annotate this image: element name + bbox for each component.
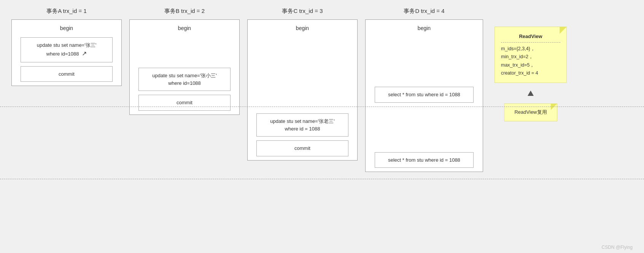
readview-line2: min_trx_id=2， <box>501 53 560 61</box>
readview-title: ReadView <box>501 32 560 41</box>
readview-line3: max_trx_id=5， <box>501 61 560 69</box>
readview-line4: creator_trx_id = 4 <box>501 69 560 77</box>
trx-c-title: 事务C trx_id = 3 <box>282 8 323 15</box>
trx-c-outer-box: begin update stu set name='张老三'where id … <box>247 19 358 161</box>
right-panel: ReadView m_ids={2,3,4}， min_trx_id=2， ma… <box>491 8 571 245</box>
main-container: 事务A trx_id = 1 begin update stu set name… <box>0 0 644 253</box>
trx-d-title: 事务D trx_id = 4 <box>404 8 444 15</box>
readview-divider <box>501 42 560 43</box>
sep-d-right <box>483 8 491 245</box>
transaction-b-column: 事务B trx_id = 2 begin update stu set name… <box>129 8 240 245</box>
trx-b-update: update stu set name='张小三'where id=1088 <box>138 68 230 91</box>
trx-b-outer-box: begin update stu set name='张小三'where id=… <box>129 19 240 115</box>
trx-d-outer-box: begin select * from stu where id = 1088 … <box>365 19 483 172</box>
trx-c-update: update stu set name='张老三'where id = 1088 <box>256 113 348 137</box>
trx-d-select2: select * from stu where id = 1088 <box>375 152 473 168</box>
trx-b-commit: commit <box>138 95 230 111</box>
trx-a-commit: commit <box>21 66 112 82</box>
transaction-c-column: 事务C trx_id = 3 begin update stu set name… <box>247 8 358 245</box>
readview-line1: m_ids={2,3,4}， <box>501 45 560 53</box>
trx-b-title: 事务B trx_id = 2 <box>164 8 205 15</box>
trx-a-update-text: update stu set name='张三'where id=1088 <box>37 42 96 57</box>
trx-d-select1: select * from stu where id = 1088 <box>375 87 473 103</box>
sep-bc <box>240 8 247 245</box>
transaction-a-column: 事务A trx_id = 1 begin update stu set name… <box>11 8 122 245</box>
trx-a-title: 事务A trx_id = 1 <box>46 8 86 15</box>
cursor-icon: ↗ <box>82 50 87 57</box>
sep-ab <box>122 8 129 245</box>
trx-a-update: update stu set name='张三'where id=1088 ↗ <box>21 37 112 62</box>
arrow-up-icon <box>528 91 534 96</box>
dashed-line-2 <box>0 179 644 179</box>
sep-cd <box>358 8 365 245</box>
readview-reuse-label: ReadView复用 <box>514 109 547 115</box>
trx-a-outer-box: begin update stu set name='张三'where id=1… <box>11 19 122 86</box>
trx-a-begin: begin <box>16 24 118 33</box>
dashed-line-1 <box>0 107 644 107</box>
trx-c-commit: commit <box>256 140 348 156</box>
watermark: CSDN @Flying <box>601 245 633 250</box>
trx-d-begin: begin <box>369 24 479 33</box>
trx-c-begin: begin <box>251 24 353 33</box>
readview-note: ReadView m_ids={2,3,4}， min_trx_id=2， ma… <box>495 27 567 83</box>
trx-b-begin: begin <box>134 24 235 33</box>
transaction-d-column: 事务D trx_id = 4 begin select * from stu w… <box>365 8 483 245</box>
